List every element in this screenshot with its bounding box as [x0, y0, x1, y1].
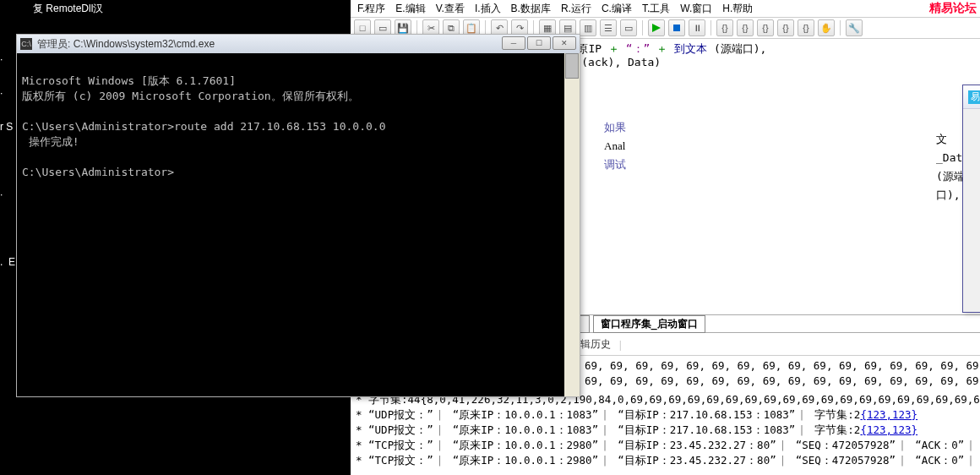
- code-token-debug: 调试: [604, 158, 626, 171]
- menu-view[interactable]: V.查看: [436, 2, 465, 16]
- menu-database[interactable]: B.数据库: [511, 2, 551, 16]
- menu-file[interactable]: F.程序: [357, 2, 385, 16]
- svg-marker-0: [652, 24, 661, 32]
- output-packet-row: * “UDP报文：”“原来IP：10.0.0.1：1083”“目标IP：217.…: [356, 423, 975, 438]
- brand-label: 精易论坛: [929, 1, 977, 16]
- toolbar-brace2-icon[interactable]: {}: [737, 19, 754, 36]
- cmd-titlebar[interactable]: C:\ 管理员: C:\Windows\system32\cmd.exe ─ ☐…: [17, 35, 580, 53]
- toolbar-wrench-icon[interactable]: 🔧: [846, 19, 863, 36]
- menu-help[interactable]: H.帮助: [722, 2, 753, 16]
- tab-winproc-start[interactable]: 窗口程序集_启动窗口: [593, 315, 705, 333]
- svg-rect-1: [673, 25, 680, 31]
- toolbar-brace3-icon[interactable]: {}: [757, 19, 774, 36]
- toolbar-pause-icon[interactable]: ⏸: [689, 19, 705, 36]
- minimize-button[interactable]: ─: [502, 36, 525, 50]
- code-fragment-left: 如果 Anal 调试: [604, 118, 626, 174]
- dialog-titlebar[interactable]: 易 ─ ☐ ✕: [963, 85, 980, 109]
- toolbar-table-icon[interactable]: ▥: [580, 19, 596, 36]
- toolbar-run-icon[interactable]: [648, 19, 665, 36]
- toolbar-list-icon[interactable]: ☰: [600, 19, 617, 36]
- toolbar-brace1-icon[interactable]: {}: [716, 19, 733, 36]
- menu-compile[interactable]: C.编译: [602, 2, 632, 16]
- dialog-body: 启动 停止 启动读包 测试发送 测试接收: [963, 109, 980, 312]
- menu-edit[interactable]: E.编辑: [395, 2, 425, 16]
- output-packet-row: * “TCP报文：”“原来IP：10.0.0.1：2980”“目标IP：23.4…: [356, 438, 975, 453]
- remote-dll-title: 复 RemoteDll汉: [33, 2, 103, 16]
- output-packet-row: * “UDP报文：”“原来IP：10.0.0.1：1083”“目标IP：217.…: [356, 407, 975, 423]
- toolbar-brace4-icon[interactable]: {}: [777, 19, 794, 36]
- byteset-link[interactable]: {123,123}: [860, 423, 917, 436]
- toolbar-separator: [710, 20, 711, 35]
- cmd-output[interactable]: Microsoft Windows [版本 6.1.7601] 版权所有 (c)…: [17, 53, 580, 396]
- cmd-icon: C:\: [20, 38, 32, 50]
- toolbar-separator: [840, 20, 841, 35]
- code-token-anal: Anal: [604, 139, 625, 152]
- app-dialog[interactable]: 易 ─ ☐ ✕ 启动 停止 启动读包 测试发送 测试接收: [962, 85, 980, 313]
- menu-tools[interactable]: T.工具: [642, 2, 670, 16]
- toolbar-stop-icon[interactable]: [668, 19, 685, 36]
- desktop-fragment-text: ··r S·. E: [0, 42, 15, 279]
- scrollbar-thumb[interactable]: [565, 53, 579, 79]
- menu-run[interactable]: R.运行: [561, 2, 591, 16]
- output-packet-row: * “TCP报文：”“原来IP：10.0.0.1：2980”“目标IP：23.4…: [356, 453, 975, 468]
- menubar: F.程序 E.编辑 V.查看 I.插入 B.数据库 R.运行 C.编译 T.工具…: [351, 0, 980, 17]
- toolbar-hand-icon[interactable]: ✋: [818, 19, 835, 36]
- cmd-scrollbar[interactable]: [564, 53, 580, 396]
- byteset-link[interactable]: {123,123}: [860, 408, 917, 421]
- code-token-if: 如果: [604, 121, 626, 134]
- toolbar-box-icon[interactable]: ▭: [620, 19, 637, 36]
- toolbar-separator: [642, 20, 643, 35]
- cmd-title-text: 管理员: C:\Windows\system32\cmd.exe: [37, 37, 215, 52]
- menu-window[interactable]: W.窗口: [680, 2, 712, 16]
- close-button[interactable]: ✕: [553, 36, 576, 50]
- code-token-srcport: (源端口),: [936, 170, 965, 201]
- cmd-window[interactable]: C:\ 管理员: C:\Windows\system32\cmd.exe ─ ☐…: [16, 34, 580, 397]
- toolbar-brace5-icon[interactable]: {}: [798, 19, 814, 36]
- app-icon: 易: [968, 90, 980, 104]
- maximize-button[interactable]: ☐: [527, 36, 551, 50]
- menu-insert[interactable]: I.插入: [475, 2, 501, 16]
